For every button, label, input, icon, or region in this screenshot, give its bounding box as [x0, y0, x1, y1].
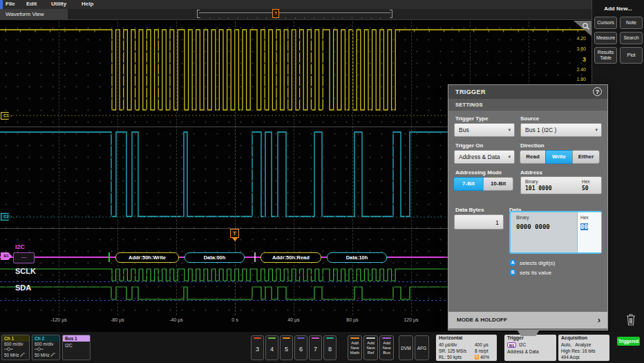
ch1-name: Ch 1 [2, 335, 29, 342]
trigger-bus-type: I2C [519, 342, 526, 347]
data-bytes-label: Data Bytes [455, 207, 484, 213]
data-binary-value[interactable]: 0000 0000 [516, 223, 550, 230]
channel-color-stripe [312, 337, 319, 339]
addressing-10-bit[interactable]: 10-Bit [483, 177, 513, 191]
data-hex-value[interactable]: 00 [580, 223, 588, 230]
address-hex-value[interactable]: 50 [582, 185, 589, 192]
data-bytes-field[interactable]: 1 [454, 214, 504, 230]
afg-label: AFG [415, 346, 428, 351]
ch1-badge[interactable]: Ch 1 600 m/div 50 MHz [1, 335, 30, 360]
trigger-type-label: Trigger Type [455, 115, 488, 122]
source-dropdown[interactable]: Bus 1 (I2C ) ▾ [520, 123, 602, 137]
bottom-bar: Ch 1 600 m/div 50 MHz Ch 2 600 m/div 50 … [0, 332, 644, 363]
time-label: 40 µs [274, 317, 313, 322]
trigger-flag-pointer [232, 238, 238, 241]
decode-packet[interactable]: Addr:50h:Read [261, 252, 321, 263]
add-new-ref-button[interactable]: AddNewRef [363, 335, 378, 360]
chevron-right-icon: › [598, 312, 600, 328]
grid-line [176, 21, 177, 315]
data-binary-label: Binary [516, 215, 529, 220]
trigger-detail: Address & Data [507, 349, 539, 354]
help-icon[interactable]: ? [593, 87, 602, 96]
decode-packet[interactable]: Data:00h [184, 252, 245, 263]
b1-badge-icon: B1 [507, 342, 516, 348]
grid-line [352, 21, 353, 315]
direction-write[interactable]: Write [545, 150, 573, 164]
record-tick [380, 17, 381, 19]
record-tick [219, 17, 220, 19]
menu-help[interactable]: Help [82, 1, 93, 7]
settings-section-header: SETTINGS [448, 99, 607, 111]
trigger-type-dropdown[interactable]: Bus ▾ [454, 123, 515, 137]
bus1-badge-bottom[interactable]: Bus 1 I2C [62, 335, 91, 360]
ch2-bandwidth: 50 MHz [35, 353, 50, 357]
chevron-down-icon: ▾ [508, 124, 511, 136]
sclk-label: SCLK [15, 267, 36, 275]
knob-b-hint: sets its value [520, 270, 551, 276]
horizontal-badge[interactable]: Horizontal 40 µs/div 400 µs SR: 125 MS/s… [436, 335, 497, 361]
decode-packet[interactable]: Addr:50h:Write [115, 252, 179, 263]
add-new-search[interactable]: Search [620, 32, 643, 44]
addressing-7-bit[interactable]: 7-Bit [453, 177, 484, 191]
triggered-status-badge: Triggered [617, 337, 640, 346]
address-hex-label: Hex [582, 179, 590, 184]
decode-packet[interactable]: Data:10h [327, 252, 387, 263]
trigger-flag-icon[interactable]: T [230, 229, 239, 238]
address-binary-value[interactable]: 101 0000 [525, 185, 552, 192]
channel-button-3[interactable]: 3 [251, 335, 264, 360]
add-new-cursors[interactable]: Cursors [594, 17, 617, 29]
channel-button-6[interactable]: 6 [294, 335, 307, 360]
channel-button-5[interactable]: 5 [280, 335, 293, 360]
bus-handle[interactable]: — [13, 252, 35, 263]
dvm-button[interactable]: DVM [399, 335, 413, 360]
add-new-results-table[interactable]: Results Table [594, 47, 617, 64]
y-scale-label: 4.20 [546, 36, 586, 41]
add-new-plot[interactable]: Plot [620, 47, 643, 64]
direction-either[interactable]: Either [572, 150, 600, 164]
source-label: Source [520, 115, 539, 122]
mode-holdoff-bar[interactable]: MODE & HOLDOFF [448, 312, 607, 328]
ch2-badge[interactable]: Ch 2 600 m/div 50 MHz [32, 335, 60, 360]
address-field[interactable]: Binary 101 0000 Hex 50 [520, 176, 602, 194]
trigger-panel-header[interactable]: TRIGGER ? [448, 85, 607, 99]
channel-button-7[interactable]: 7 [309, 335, 322, 360]
channel-color-stripe [326, 337, 334, 339]
oscilloscope-screen: FileEditUtilityHelp Waveform View T 4.20… [0, 0, 644, 363]
channel-number: 7 [310, 346, 321, 353]
add-new-note[interactable]: Note [620, 17, 643, 29]
channel-button-8[interactable]: 8 [323, 335, 337, 360]
menu-file[interactable]: File [6, 1, 15, 7]
knob-a-icon: A [509, 259, 516, 266]
record-view-bar[interactable]: T [197, 10, 392, 17]
trigger-badge[interactable]: Trigger B1 I2C Address & Data [504, 335, 556, 361]
trigger-on-dropdown[interactable]: Address & Data ▾ [454, 150, 515, 164]
add-new-math-button[interactable]: AddNewMath [348, 335, 362, 360]
grid-line [411, 21, 412, 315]
add-new-bus-button[interactable]: AddNewBus [379, 335, 394, 360]
acquisition-badge[interactable]: Acquisition Auto, Analyze High Res: 16 b… [558, 335, 609, 361]
time-label: 0 s [216, 317, 254, 322]
direction-read[interactable]: Read [520, 150, 546, 164]
trigger-on-label: Trigger On [455, 142, 483, 149]
record-tick [257, 17, 258, 19]
data-hex-subpanel: Hex 00 [577, 212, 601, 252]
bus1-type: I2C [63, 342, 90, 348]
bus1-name: Bus 1 [63, 335, 90, 342]
data-field[interactable]: Binary 0000 0000 Hex 00 [509, 211, 602, 254]
afg-button[interactable]: AFG [415, 335, 429, 360]
add-new-measure[interactable]: Measure [594, 32, 617, 44]
menu-bar: FileEditUtilityHelp [0, 0, 644, 9]
record-tick [323, 17, 324, 19]
add-new-title: Add New... [592, 6, 644, 12]
direction-label: Direction [520, 142, 544, 149]
time-label: 120 µs [392, 317, 430, 322]
source-value: Bus 1 (I2C ) [525, 127, 556, 133]
window-accent [0, 0, 3, 9]
menu-edit[interactable]: Edit [26, 1, 37, 7]
tab-waveform-view[interactable]: Waveform View [0, 9, 68, 19]
record-bar-line [199, 12, 390, 13]
chevron-down-icon: ▾ [595, 124, 598, 136]
channel-button-4[interactable]: 4 [265, 335, 278, 360]
trash-button[interactable] [623, 312, 638, 327]
menu-utility[interactable]: Utility [51, 1, 66, 7]
